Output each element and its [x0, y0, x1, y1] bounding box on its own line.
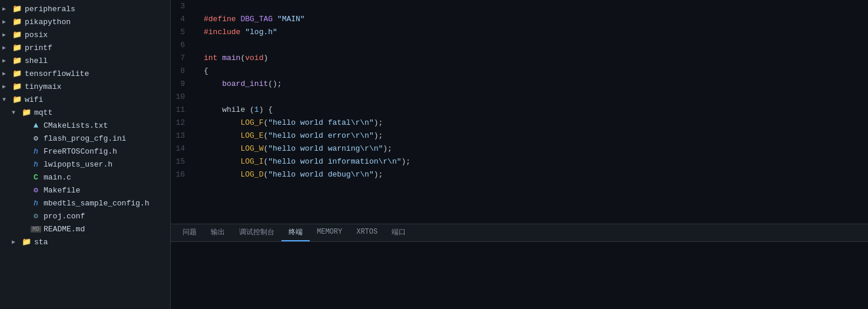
code-line-13: LOG_E("hello world error\r\n");	[204, 129, 868, 142]
code-line-3	[204, 0, 868, 13]
item-label: main.c	[44, 173, 71, 182]
item-label: posix	[25, 31, 48, 39]
c-file-icon: C	[31, 173, 41, 182]
code-line-11: while (1) {	[204, 104, 868, 117]
sidebar-item-projconf[interactable]: ⚙proj.conf	[0, 210, 170, 222]
item-label: proj.conf	[44, 212, 85, 221]
sidebar-item-makefile[interactable]: ⚙Makefile	[0, 184, 170, 197]
terminal-tab-xrtos[interactable]: XRTOS	[349, 224, 385, 241]
line-numbers: 345678910111213141516	[171, 0, 199, 224]
line-num-15: 15	[171, 155, 192, 168]
folder-icon: 📁	[21, 237, 32, 247]
terminal-content[interactable]	[171, 242, 868, 309]
md-icon: MD	[31, 226, 41, 232]
item-label: README.md	[44, 225, 85, 234]
sidebar-item-mbedtls[interactable]: hmbedtls_sample_config.h	[0, 197, 170, 210]
line-num-14: 14	[171, 142, 192, 155]
item-label: tensorflowlite	[25, 69, 89, 78]
code-line-14: LOG_W("hello world warning\r\n");	[204, 142, 868, 155]
code-line-7: int main(void)	[204, 52, 868, 65]
terminal-tab-memory[interactable]: MEMORY	[310, 224, 349, 241]
terminal-tab-output[interactable]: 输出	[204, 224, 232, 241]
conf-icon: ⚙	[31, 211, 41, 221]
code-line-4: #define DBG_TAG "MAIN"	[204, 13, 868, 26]
folder-arrow: ▶	[2, 57, 12, 64]
code-editor: 345678910111213141516 #define DBG_TAG "M…	[171, 0, 868, 224]
code-line-15: LOG_I("hello world information\r\n");	[204, 155, 868, 168]
line-num-3: 3	[171, 0, 192, 13]
sidebar-item-mainc[interactable]: Cmain.c	[0, 171, 170, 184]
folder-arrow: ▼	[12, 109, 21, 116]
sidebar-item-posix[interactable]: ▶📁posix	[0, 28, 170, 41]
folder-arrow: ▶	[2, 83, 12, 90]
code-line-6	[204, 39, 868, 52]
file-explorer[interactable]: ▶📁peripherals▶📁pikapython▶📁posix▶📁printf…	[0, 0, 171, 309]
line-num-12: 12	[171, 117, 192, 129]
h-file-icon: h	[31, 147, 41, 156]
folder-arrow: ▼	[2, 97, 12, 103]
item-label: CMakeLists.txt	[44, 121, 108, 130]
folder-icon: 📁	[21, 108, 32, 117]
item-label: mbedtls_sample_config.h	[44, 199, 149, 208]
terminal-tab-terminal[interactable]: 终端	[281, 224, 310, 241]
folder-arrow: ▶	[2, 70, 12, 77]
folder-icon: 📁	[12, 4, 22, 14]
sidebar-item-tinymaix[interactable]: ▶📁tinymaix	[0, 80, 170, 93]
sidebar-item-peripherals[interactable]: ▶📁peripherals	[0, 2, 170, 15]
line-num-5: 5	[171, 26, 192, 39]
sidebar-item-readme[interactable]: MDREADME.md	[0, 222, 170, 235]
code-line-8: {	[204, 65, 868, 78]
sidebar-item-cmakelists[interactable]: ▲CMakeLists.txt	[0, 119, 170, 132]
code-lines: 345678910111213141516 #define DBG_TAG "M…	[171, 0, 868, 224]
sidebar-item-freertos[interactable]: hFreeRTOSConfig.h	[0, 145, 170, 158]
item-label: tinymaix	[25, 82, 61, 91]
item-label: sta	[34, 238, 48, 247]
code-content[interactable]: #define DBG_TAG "MAIN"#include "log.h"in…	[199, 0, 868, 224]
makefile-icon: ⚙	[31, 185, 41, 195]
item-label: flash_prog_cfg.ini	[44, 134, 126, 143]
folder-arrow: ▶	[2, 31, 12, 38]
terminal-panel: 问题输出调试控制台终端MEMORYXRTOS端口	[171, 224, 868, 309]
line-num-7: 7	[171, 52, 192, 65]
line-num-16: 16	[171, 168, 192, 181]
sidebar-item-sta[interactable]: ▶📁sta	[0, 235, 170, 248]
item-label: wifi	[25, 95, 43, 104]
sidebar-item-shell[interactable]: ▶📁shell	[0, 54, 170, 67]
cmake-icon: ▲	[31, 121, 41, 130]
sidebar-item-printf[interactable]: ▶📁printf	[0, 41, 170, 54]
line-num-8: 8	[171, 65, 192, 78]
sidebar-item-pikapython[interactable]: ▶📁pikapython	[0, 15, 170, 28]
code-line-5: #include "log.h"	[204, 26, 868, 39]
terminal-tabs[interactable]: 问题输出调试控制台终端MEMORYXRTOS端口	[171, 224, 868, 242]
sidebar-item-wifi[interactable]: ▼📁wifi	[0, 93, 170, 106]
sidebar-item-mqtt[interactable]: ▼📁mqtt	[0, 106, 170, 119]
sidebar-item-lwipopts[interactable]: hlwipopts_user.h	[0, 158, 170, 171]
item-label: Makefile	[44, 186, 80, 195]
sidebar-item-tensorflowlite[interactable]: ▶📁tensorflowlite	[0, 67, 170, 80]
terminal-tab-port[interactable]: 端口	[385, 224, 413, 241]
folder-icon: 📁	[12, 17, 22, 26]
sidebar-item-flash_prog[interactable]: ⚙flash_prog_cfg.ini	[0, 132, 170, 145]
folder-icon: 📁	[12, 56, 22, 65]
code-line-9: board_init();	[204, 78, 868, 91]
item-label: FreeRTOSConfig.h	[44, 147, 117, 156]
folder-icon: 📁	[12, 95, 22, 104]
code-line-12: LOG_F("hello world fatal\r\n");	[204, 117, 868, 129]
terminal-tab-debug-console[interactable]: 调试控制台	[232, 224, 281, 241]
item-label: shell	[25, 57, 48, 65]
item-label: peripherals	[25, 5, 75, 14]
folder-icon: 📁	[12, 82, 22, 91]
gear-icon: ⚙	[31, 134, 41, 143]
item-label: printf	[25, 44, 52, 52]
item-label: mqtt	[34, 108, 52, 117]
item-label: pikapython	[25, 18, 71, 26]
line-num-10: 10	[171, 91, 192, 104]
terminal-tab-problems[interactable]: 问题	[175, 224, 204, 241]
line-num-13: 13	[171, 129, 192, 142]
folder-icon: 📁	[12, 43, 22, 52]
folder-icon: 📁	[12, 30, 22, 39]
folder-arrow: ▶	[2, 18, 12, 25]
line-num-9: 9	[171, 78, 192, 91]
line-num-6: 6	[171, 39, 192, 52]
code-line-16: LOG_D("hello world debug\r\n");	[204, 168, 868, 181]
